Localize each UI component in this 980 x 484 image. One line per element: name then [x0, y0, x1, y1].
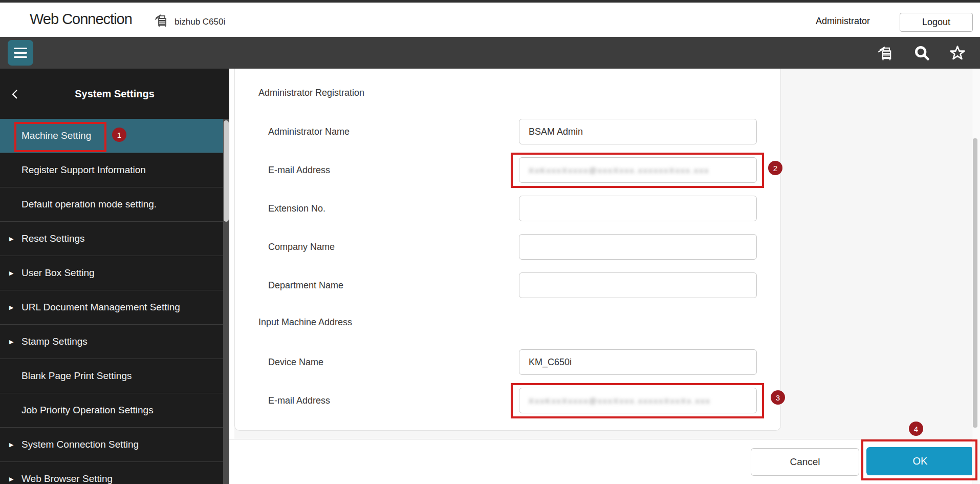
department-name-input[interactable]: [519, 272, 757, 298]
expand-arrow-icon: ▶: [9, 441, 21, 448]
extension-no-label: Extension No.: [268, 196, 325, 221]
mfp-device-icon: [154, 13, 169, 30]
web-connection-logo: Web Connection: [30, 11, 132, 28]
sidebar: System Settings Machine SettingRegister …: [0, 69, 229, 484]
sidebar-item-label: Web Browser Setting: [21, 473, 113, 484]
sidebar-scrollbar[interactable]: [223, 119, 229, 484]
content-gutter: [229, 69, 234, 439]
e-mail-address-label: E-mail Address: [268, 157, 330, 183]
field-value: BSAM Admin: [529, 127, 583, 137]
sidebar-header: System Settings: [0, 69, 229, 119]
favorite-star-icon[interactable]: [948, 44, 967, 62]
sidebar-item-blank-page-print-settings[interactable]: Blank Page Print Settings: [0, 359, 223, 393]
sidebar-scrollbar-thumb[interactable]: [224, 120, 229, 222]
sidebar-item-default-operation-mode-setting[interactable]: Default operation mode setting.: [0, 187, 223, 222]
e-mail-address-input[interactable]: XxKxxxXxxxx@xxxXxxx.xxxxxxXxxx.xxx: [519, 157, 757, 183]
sidebar-item-label: Stamp Settings: [21, 336, 88, 347]
masked-field-value: XxxKxxXxxxx@xxxXxxx.xxxxxXxxXx.xxx: [529, 396, 711, 405]
sidebar-item-system-connection-setting[interactable]: ▶System Connection Setting: [0, 428, 223, 462]
sidebar-item-label: Machine Setting: [21, 130, 91, 141]
section-heading-input-machine-address: Input Machine Address: [258, 317, 352, 328]
sidebar-item-reset-settings[interactable]: ▶Reset Settings: [0, 222, 223, 256]
main-content: Administrator RegistrationAdministrator …: [229, 69, 980, 484]
sidebar-item-url-document-management-setting[interactable]: ▶URL Document Management Setting: [0, 290, 223, 325]
cancel-button[interactable]: Cancel: [751, 448, 859, 476]
expand-arrow-icon: ▶: [9, 304, 21, 311]
device-name-label: Device Name: [268, 349, 323, 375]
expand-arrow-icon: ▶: [9, 236, 21, 242]
sidebar-item-job-priority-operation-settings[interactable]: Job Priority Operation Settings: [0, 393, 223, 428]
sidebar-item-label: Blank Page Print Settings: [21, 370, 132, 382]
hamburger-menu-icon[interactable]: [8, 40, 33, 66]
web-connection-app: Web Connection bizhub C650i Administrato…: [0, 0, 980, 484]
sidebar-item-label: Register Support Information: [21, 164, 146, 176]
sidebar-item-user-box-setting[interactable]: ▶User Box Setting: [0, 256, 223, 290]
device-model-label: bizhub C650i: [175, 17, 225, 27]
settings-form-card: Administrator RegistrationAdministrator …: [234, 69, 781, 431]
expand-arrow-icon: ▶: [9, 270, 21, 277]
sidebar-item-machine-setting[interactable]: Machine Setting: [0, 119, 223, 153]
toolbar: [0, 37, 980, 69]
masked-field-value: XxKxxxXxxxx@xxxXxxx.xxxxxxXxxx.xxx: [529, 166, 710, 175]
sidebar-item-label: Reset Settings: [21, 233, 85, 244]
company-name-label: Company Name: [268, 234, 335, 260]
e-mail-address-label: E-mail Address: [268, 388, 330, 413]
expand-arrow-icon: ▶: [9, 339, 21, 345]
app-header: Web Connection bizhub C650i Administrato…: [0, 3, 980, 37]
sidebar-item-register-support-information[interactable]: Register Support Information: [0, 153, 223, 187]
search-icon[interactable]: [913, 44, 931, 62]
sidebar-item-stamp-settings[interactable]: ▶Stamp Settings: [0, 325, 223, 359]
ok-button[interactable]: OK: [866, 447, 974, 475]
sidebar-item-label: URL Document Management Setting: [21, 302, 180, 313]
logged-in-user-label: Administrator: [816, 16, 870, 27]
page-scrollbar-thumb[interactable]: [973, 138, 977, 428]
department-name-label: Department Name: [268, 272, 343, 298]
extension-no-input[interactable]: [519, 196, 757, 221]
field-value: KM_C650i: [529, 357, 572, 368]
company-name-input[interactable]: [519, 234, 757, 260]
sidebar-item-label: System Connection Setting: [21, 439, 139, 450]
sidebar-item-label: Default operation mode setting.: [21, 199, 157, 210]
expand-arrow-icon: ▶: [9, 476, 21, 482]
administrator-name-label: Administrator Name: [268, 119, 350, 144]
device-name-input[interactable]: KM_C650i: [519, 349, 757, 375]
administrator-name-input[interactable]: BSAM Admin: [519, 119, 757, 144]
sidebar-item-web-browser-setting[interactable]: ▶Web Browser Setting: [0, 462, 223, 484]
sidebar-title: System Settings: [0, 88, 229, 100]
section-heading-administrator-registration: Administrator Registration: [258, 88, 364, 98]
logout-button[interactable]: Logout: [900, 13, 973, 32]
sidebar-item-label: Job Priority Operation Settings: [21, 405, 154, 416]
device-status-icon[interactable]: [876, 44, 895, 62]
e-mail-address-input[interactable]: XxxKxxXxxxx@xxxXxxx.xxxxxXxxXx.xxx: [519, 388, 757, 413]
sidebar-item-label: User Box Setting: [21, 267, 95, 279]
